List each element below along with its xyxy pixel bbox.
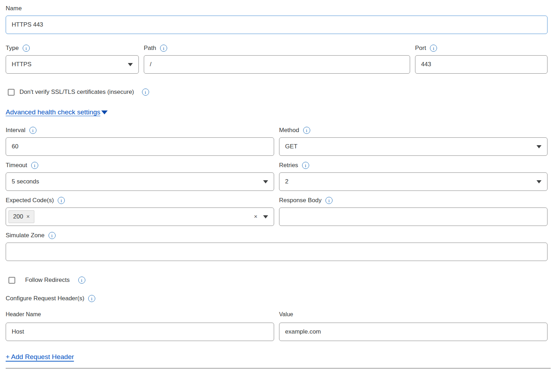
chevron-down-icon[interactable] [263,215,268,218]
clear-all-icon[interactable]: × [254,213,257,220]
advanced-settings-link[interactable]: Advanced health check settings [6,108,108,116]
triangle-down-icon [101,110,108,114]
simulate-zone-info-icon[interactable]: i [49,232,56,239]
response-body-label: Response Body [279,197,322,204]
timeout-retries-row: Timeout i 5 seconds Retries i 2 [6,162,548,191]
ssl-verify-row: Don't verify SSL/TLS certificates (insec… [6,89,548,96]
interval-input[interactable] [6,137,274,156]
code-tag: 200 × [8,210,34,223]
retries-info-icon[interactable]: i [302,162,309,169]
add-request-header-link[interactable]: + Add Request Header [6,353,74,361]
type-label: Type [6,45,19,52]
interval-label: Interval [6,127,25,134]
chevron-down-icon [537,180,541,183]
expected-codes-info-icon[interactable]: i [58,197,65,204]
simulate-zone-group: Simulate Zone i [6,232,548,261]
name-group: Name [6,5,548,34]
configure-headers-label: Configure Request Header(s) [6,295,84,302]
chevron-down-icon [263,180,268,183]
retries-label: Retries [279,162,298,169]
follow-redirects-row: Follow Redirects i [6,277,548,284]
timeout-info-icon[interactable]: i [31,162,38,169]
header-row: Header Name Value [6,311,548,341]
chevron-down-icon [128,63,133,66]
configure-headers-info-icon[interactable]: i [88,295,95,302]
path-info-icon[interactable]: i [160,45,167,52]
port-input[interactable] [415,55,548,74]
retries-select[interactable]: 2 [279,172,548,191]
interval-info-icon[interactable]: i [29,127,36,134]
ssl-verify-info-icon[interactable]: i [142,89,149,96]
simulate-zone-label: Simulate Zone [6,232,45,239]
timeout-select-value: 5 seconds [12,178,39,185]
header-name-label: Header Name [6,311,41,318]
port-label: Port [415,45,426,52]
method-info-icon[interactable]: i [303,127,310,134]
type-select[interactable]: HTTPS [6,55,139,74]
header-value-input[interactable] [279,323,548,341]
ssl-verify-label: Don't verify SSL/TLS certificates (insec… [19,89,134,96]
header-name-input[interactable] [6,323,274,341]
type-path-port-row: Type i HTTPS Path i Port i [6,45,548,74]
method-select-value: GET [285,143,297,150]
follow-redirects-checkbox[interactable] [8,277,15,284]
health-check-form: Name Type i HTTPS Path i Port i [0,0,548,369]
configure-headers-group: Configure Request Header(s) i [6,295,548,302]
retries-select-value: 2 [285,178,288,185]
port-info-icon[interactable]: i [430,45,437,52]
response-body-info-icon[interactable]: i [325,197,333,204]
chevron-down-icon [537,145,541,148]
expected-codes-field[interactable]: 200 × × [6,208,274,226]
method-label: Method [279,127,299,134]
header-value-label: Value [279,311,293,318]
type-info-icon[interactable]: i [23,45,30,52]
path-input[interactable] [144,55,410,74]
name-input[interactable] [6,16,548,34]
codes-body-row: Expected Code(s) i 200 × × Response Body… [6,197,548,226]
timeout-label: Timeout [6,162,27,169]
response-body-input[interactable] [279,208,548,226]
ssl-verify-checkbox[interactable] [8,89,15,96]
remove-tag-icon[interactable]: × [26,214,29,220]
divider [6,368,551,369]
follow-redirects-label: Follow Redirects [25,277,70,284]
path-label: Path [144,45,156,52]
name-label: Name [6,5,22,12]
code-tag-value: 200 [13,213,23,220]
simulate-zone-input[interactable] [6,243,548,261]
method-select[interactable]: GET [279,137,548,156]
type-select-value: HTTPS [12,61,32,68]
follow-redirects-info-icon[interactable]: i [78,277,85,284]
interval-method-row: Interval i Method i GET [6,127,548,156]
timeout-select[interactable]: 5 seconds [6,172,274,191]
expected-codes-label: Expected Code(s) [6,197,54,204]
